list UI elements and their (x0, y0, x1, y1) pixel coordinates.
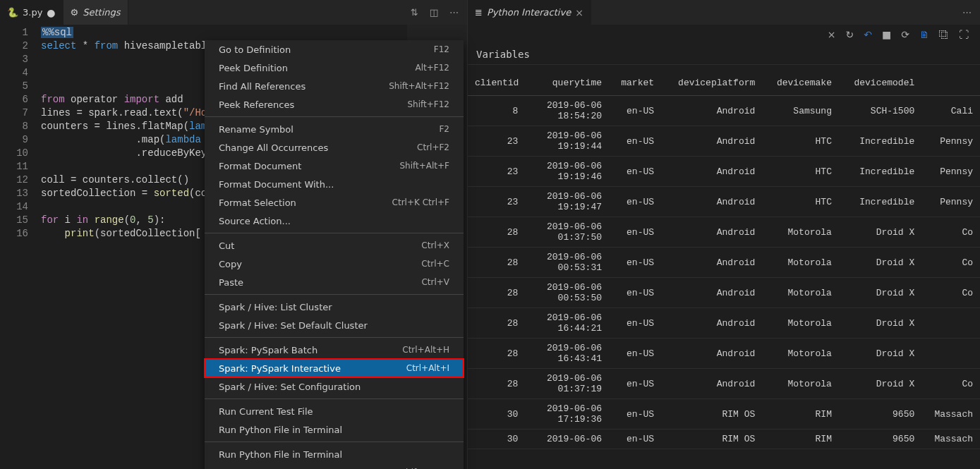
menu-item[interactable]: CopyCtrl+C (205, 255, 464, 273)
table-cell: Motorola (762, 248, 839, 278)
menu-item[interactable]: Spark / Hive: Set Default Cluster (205, 316, 464, 334)
save-icon[interactable]: 🗎 (919, 29, 929, 40)
menu-item[interactable]: Run Current Test File (205, 402, 464, 420)
column-header[interactable]: market (609, 65, 661, 96)
menu-item-label: Spark: PySpark Interactive (219, 363, 341, 374)
undo-icon[interactable]: ↶ (864, 29, 872, 40)
menu-item[interactable]: Source Action... (205, 212, 464, 230)
dirty-icon: ● (47, 7, 55, 18)
menu-item-shortcut: F12 (434, 44, 449, 54)
line-number: 12 (0, 173, 28, 187)
table-row[interactable]: 82019-06-06 18:54:20en-USAndroidSamsungS… (468, 96, 980, 126)
menu-item[interactable]: Find All ReferencesShift+Alt+F12 (205, 77, 464, 95)
table-cell: Incredible (839, 126, 921, 157)
close-icon[interactable]: × (828, 29, 836, 40)
table-cell: Co (921, 248, 980, 278)
table-cell: 2019-06-06 19:19:44 (532, 126, 609, 157)
table-row[interactable]: 302019-06-06 17:19:36en-USRIM OSRIM9650M… (468, 399, 980, 430)
column-header[interactable]: deviceplatform (661, 65, 762, 96)
menu-item-label: Change All Occurrences (219, 142, 328, 153)
menu-item[interactable]: Format Document With... (205, 175, 464, 193)
restart-icon[interactable]: ↻ (846, 29, 854, 40)
tab-label: Python Interactive (487, 7, 571, 18)
column-header[interactable]: querytime (532, 65, 609, 96)
code-line[interactable]: %%sql (41, 26, 467, 39)
column-header[interactable]: clientid (468, 65, 532, 96)
menu-item[interactable]: Rename SymbolF2 (205, 120, 464, 138)
table-cell: Droid X (839, 369, 921, 399)
tab-label: Settings (83, 7, 120, 18)
table-row[interactable]: 232019-06-06 19:19:44en-USAndroidHTCIncr… (468, 126, 980, 157)
menu-item[interactable]: Run Selection/Line in Python TerminalShi… (205, 463, 464, 469)
menu-item-label: Paste (219, 277, 243, 288)
interactive-tab-bar: ≣ Python Interactive × ⋯ (468, 0, 980, 25)
table-cell: Motorola (762, 369, 839, 399)
table-row[interactable]: 282019-06-06 16:43:41en-USAndroidMotorol… (468, 339, 980, 369)
table-cell: Android (661, 157, 762, 187)
menu-item[interactable]: Spark: PySpark InteractiveCtrl+Alt+I (205, 359, 464, 377)
line-number: 3 (0, 53, 28, 66)
stop-icon[interactable]: ■ (882, 29, 891, 40)
menu-item-shortcut: Ctrl+Alt+H (402, 345, 449, 355)
table-cell: 2019-06-06 16:43:41 (532, 339, 609, 369)
table-row[interactable]: 282019-06-06 00:53:50en-USAndroidMotorol… (468, 278, 980, 308)
table-cell: Android (661, 369, 762, 399)
more-icon[interactable]: ⋯ (962, 7, 972, 18)
close-icon[interactable]: × (575, 7, 583, 18)
tab-python-interactive[interactable]: ≣ Python Interactive × (468, 0, 591, 25)
menu-item[interactable]: Format DocumentShift+Alt+F (205, 157, 464, 175)
menu-item-label: Format Selection (219, 197, 296, 208)
table-row[interactable]: 282019-06-06 00:53:31en-USAndroidMotorol… (468, 248, 980, 278)
tab-actions: ⇅ ◫ ⋯ (402, 7, 467, 18)
expand-icon[interactable]: ⛶ (959, 29, 969, 40)
menu-item[interactable]: Spark / Hive: Set Configuration (205, 377, 464, 396)
tab-3py[interactable]: 🐍 3.py ● (0, 0, 63, 25)
table-cell: 2019-06-06 19:19:46 (532, 157, 609, 187)
variables-header[interactable]: Variables (468, 44, 980, 65)
table-cell: 9650 (839, 430, 921, 449)
table-row[interactable]: 302019-06-06en-USRIM OSRIM9650Massach (468, 430, 980, 449)
copy-icon[interactable]: ⿻ (939, 29, 949, 40)
menu-item-label: Spark / Hive: Set Default Cluster (219, 320, 368, 331)
table-cell: Incredible (839, 187, 921, 217)
refresh-icon[interactable]: ⟳ (901, 29, 909, 40)
menu-item[interactable]: PasteCtrl+V (205, 273, 464, 291)
table-row[interactable]: 232019-06-06 19:19:46en-USAndroidHTCIncr… (468, 157, 980, 187)
menu-item-shortcut: F2 (439, 124, 449, 134)
split-icon[interactable]: ◫ (430, 7, 438, 18)
compare-icon[interactable]: ⇅ (411, 7, 418, 18)
table-cell: Android (661, 278, 762, 308)
menu-item[interactable]: Format SelectionCtrl+K Ctrl+F (205, 193, 464, 212)
menu-item[interactable]: Spark: PySpark BatchCtrl+Alt+H (205, 341, 464, 359)
menu-item[interactable]: Change All OccurrencesCtrl+F2 (205, 138, 464, 157)
table-cell: Motorola (762, 308, 839, 339)
table-row[interactable]: 232019-06-06 19:19:47en-USAndroidHTCIncr… (468, 187, 980, 217)
menu-item[interactable]: Spark / Hive: List Cluster (205, 298, 464, 316)
more-icon[interactable]: ⋯ (449, 7, 459, 18)
table-row[interactable]: 282019-06-06 01:37:50en-USAndroidMotorol… (468, 217, 980, 248)
menu-item[interactable]: Run Python File in Terminal (205, 445, 464, 463)
menu-item-label: Rename Symbol (219, 124, 294, 135)
table-cell: 2019-06-06 (532, 430, 609, 449)
menu-item[interactable]: Go to DefinitionF12 (205, 40, 464, 59)
menu-item[interactable]: Peek DefinitionAlt+F12 (205, 59, 464, 77)
table-cell: 2019-06-06 18:54:20 (532, 96, 609, 126)
line-number: 5 (0, 80, 28, 93)
menu-item-label: Spark: PySpark Batch (219, 345, 317, 355)
menu-item[interactable]: Peek ReferencesShift+F12 (205, 95, 464, 114)
column-header[interactable]: devicemake (762, 65, 839, 96)
table-cell: 30 (468, 430, 532, 449)
menu-item[interactable]: CutCtrl+X (205, 236, 464, 255)
table-row[interactable]: 282019-06-06 16:44:21en-USAndroidMotorol… (468, 308, 980, 339)
table-cell: 9650 (839, 399, 921, 430)
table-cell: 23 (468, 126, 532, 157)
line-number: 8 (0, 120, 28, 133)
table-header-row: clientidquerytimemarketdeviceplatformdev… (468, 65, 980, 96)
tab-settings[interactable]: ⚙ Settings (63, 0, 128, 25)
table-row[interactable]: 282019-06-06 01:37:19en-USAndroidMotorol… (468, 369, 980, 399)
tab-label: 3.py (23, 7, 42, 18)
menu-item-label: Run Python File in Terminal (219, 425, 342, 435)
column-header[interactable] (921, 65, 980, 96)
column-header[interactable]: devicemodel (839, 65, 921, 96)
menu-item[interactable]: Run Python File in Terminal (205, 420, 464, 439)
